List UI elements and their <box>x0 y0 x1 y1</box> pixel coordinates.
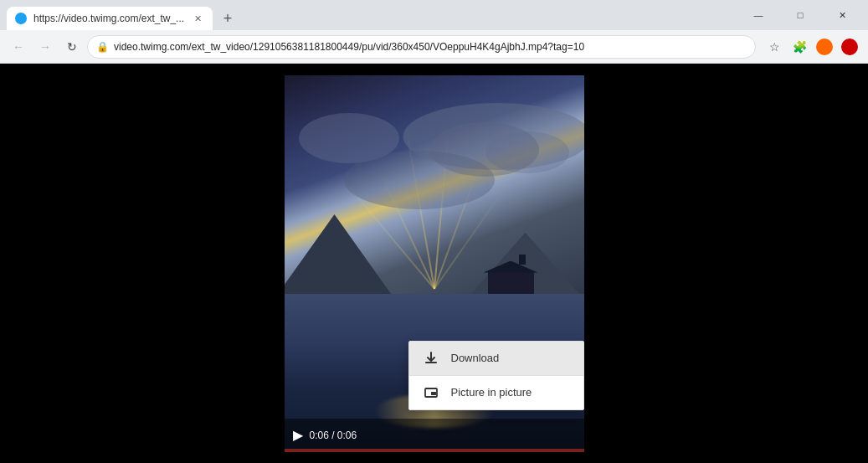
ext-red-icon[interactable] <box>838 35 861 59</box>
browser-frame: https://video.twimg.com/ext_tw_... ✕ + —… <box>0 0 868 463</box>
context-menu-download[interactable]: Download <box>409 342 583 375</box>
svg-rect-1 <box>431 392 436 395</box>
tab-bar: https://video.twimg.com/ext_tw_... ✕ + <box>7 0 732 30</box>
close-button[interactable]: ✕ <box>823 2 861 28</box>
back-button[interactable]: ← <box>7 35 30 59</box>
minimize-button[interactable]: — <box>739 2 778 28</box>
tab-label: https://video.twimg.com/ext_tw_... <box>33 13 184 24</box>
pip-label: Picture in picture <box>451 386 532 399</box>
url-bar[interactable]: 🔒 video.twimg.com/ext_tw_video/129105638… <box>87 35 756 59</box>
refresh-button[interactable]: ↻ <box>60 35 84 59</box>
maximize-button[interactable]: □ <box>781 2 819 28</box>
address-bar: ← → ↻ 🔒 video.twimg.com/ext_tw_video/129… <box>0 30 868 64</box>
new-tab-button[interactable]: + <box>216 7 239 30</box>
lock-icon: 🔒 <box>96 41 109 53</box>
download-label: Download <box>451 352 500 364</box>
tab-close-button[interactable]: ✕ <box>191 12 204 25</box>
download-icon <box>423 350 439 367</box>
context-menu-pip[interactable]: Picture in picture <box>409 376 583 409</box>
time-display: 0:06 / 0:06 <box>310 430 357 441</box>
building-chimney <box>519 255 526 265</box>
window-controls: — □ ✕ <box>739 2 861 28</box>
video-player[interactable]: ▶ 0:06 / 0:06 Download <box>285 75 584 452</box>
ext-orange-icon[interactable] <box>813 35 836 59</box>
context-menu: Download Picture in picture <box>408 341 584 410</box>
bookmark-icon[interactable]: ☆ <box>763 35 786 59</box>
active-tab[interactable]: https://video.twimg.com/ext_tw_... ✕ <box>7 7 213 30</box>
extensions-icon[interactable]: 🧩 <box>788 35 811 59</box>
url-text: video.twimg.com/ext_tw_video/12910563811… <box>114 41 584 53</box>
title-bar: https://video.twimg.com/ext_tw_... ✕ + —… <box>0 0 868 30</box>
pip-icon <box>423 384 439 401</box>
content-area: ▶ 0:06 / 0:06 Download <box>0 64 868 463</box>
tab-favicon-icon <box>15 13 27 24</box>
video-controls: ▶ 0:06 / 0:06 <box>285 419 584 452</box>
play-button[interactable]: ▶ <box>293 427 303 443</box>
forward-button[interactable]: → <box>33 35 57 59</box>
toolbar-icons: ☆ 🧩 <box>763 35 861 59</box>
